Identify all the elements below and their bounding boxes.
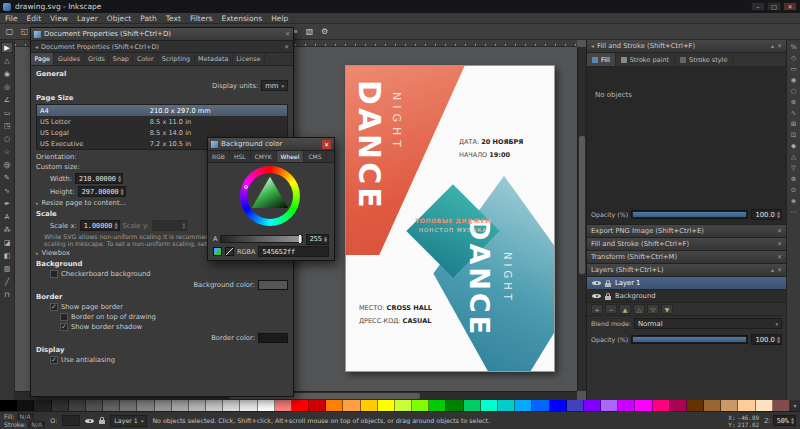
- palette-swatch[interactable]: [69, 400, 86, 411]
- dialog-titlebar[interactable]: Background color ✕: [208, 138, 334, 151]
- dock-left-icon[interactable]: ◂: [35, 44, 38, 50]
- border-shadow-checkbox[interactable]: ✓: [60, 323, 68, 331]
- snap-node-icon[interactable]: ○: [788, 86, 799, 96]
- gradient-tool-icon[interactable]: ▥: [1, 263, 13, 274]
- palette-swatch[interactable]: [773, 400, 790, 411]
- snap-baseline-icon[interactable]: ▽: [788, 163, 799, 173]
- tab-wheel[interactable]: Wheel: [277, 151, 305, 162]
- layer-lock-toggle[interactable]: [99, 420, 105, 424]
- close-panel-icon[interactable]: ✕: [777, 254, 782, 260]
- tweak-tool-icon[interactable]: ◉: [1, 68, 13, 79]
- height-input[interactable]: 297.00000 ▲▼: [78, 186, 126, 197]
- palette-swatch[interactable]: [206, 400, 223, 411]
- layers-panel-header[interactable]: Layers (Shift+Ctrl+L) ▴ ✕: [587, 264, 786, 277]
- palette-swatch[interactable]: [704, 400, 721, 411]
- close-panel-icon[interactable]: ✕: [777, 241, 782, 247]
- layer-raise-button[interactable]: △: [633, 304, 645, 314]
- palette-swatch[interactable]: [103, 400, 120, 411]
- display-units-dropdown[interactable]: mm ▾: [261, 80, 288, 91]
- palette-swatch[interactable]: [361, 400, 378, 411]
- snap-rotation-icon[interactable]: △: [788, 152, 799, 162]
- menu-item[interactable]: Extensions: [221, 14, 262, 23]
- border-color-swatch[interactable]: [258, 333, 288, 343]
- menu-item[interactable]: Text: [166, 14, 181, 23]
- zoom-tool-icon[interactable]: ◎: [1, 81, 13, 92]
- palette-swatch[interactable]: [52, 400, 69, 411]
- palette-swatch[interactable]: [292, 400, 309, 411]
- palette-swatch[interactable]: [635, 400, 652, 411]
- alpha-slider[interactable]: [220, 235, 302, 243]
- tab-metadata[interactable]: Metadata: [195, 53, 233, 65]
- poster-date-block[interactable]: ДАТА: 20 НОЯБРЯ НАЧАЛО 19:00: [459, 136, 523, 162]
- tab-color[interactable]: Color: [133, 53, 158, 65]
- scale-x-input[interactable]: 1.00000 ▲▼: [80, 220, 120, 231]
- menu-item[interactable]: Path: [140, 14, 156, 23]
- preferences-icon[interactable]: ⚙: [318, 25, 331, 38]
- layer-lower-button[interactable]: ▽: [647, 304, 659, 314]
- node-tool-icon[interactable]: △: [1, 55, 13, 66]
- layer-lock-icon[interactable]: [605, 283, 611, 287]
- maximize-button[interactable]: ▢: [767, 2, 781, 11]
- poster-night-text-bottom[interactable]: NIGHT: [502, 252, 513, 304]
- minimize-button[interactable]: –: [751, 2, 765, 11]
- palette-swatch[interactable]: [412, 400, 429, 411]
- menu-item[interactable]: Help: [271, 14, 288, 23]
- poster-night-text-top[interactable]: NIGHT: [390, 92, 403, 152]
- page-size-option-a4[interactable]: A4210.0 x 297.0 mm: [37, 105, 287, 116]
- poster-place-block[interactable]: МЕСТО: CROSS HALL ДРЕСС-КОД: CASUAL: [359, 302, 432, 328]
- palette-swatch[interactable]: [120, 400, 137, 411]
- tab-page[interactable]: Page: [31, 53, 54, 65]
- palette-swatch[interactable]: [601, 400, 618, 411]
- tab-cmyk[interactable]: CMYK: [251, 151, 277, 162]
- tab-fill[interactable]: Fill: [587, 53, 616, 66]
- border-on-top-checkbox[interactable]: ✓: [60, 313, 68, 321]
- collapse-icon[interactable]: ▴: [771, 267, 774, 273]
- star-tool-icon[interactable]: ☆: [1, 146, 13, 157]
- palette-swatch[interactable]: [395, 400, 412, 411]
- palette-swatch[interactable]: [34, 400, 51, 411]
- palette-swatch[interactable]: [378, 400, 395, 411]
- dialog-dock-header[interactable]: ◂ Document Properties (Shift+Ctrl+D) ✕: [31, 41, 293, 53]
- palette-swatch[interactable]: [155, 400, 172, 411]
- new-document-icon[interactable]: ▢: [3, 25, 16, 38]
- palette-swatch[interactable]: [223, 400, 240, 411]
- close-dialog-icon[interactable]: ✕: [285, 31, 290, 37]
- fill-stroke-indicator[interactable]: Fill:N/A Stroke:N/A: [4, 413, 45, 428]
- layer-visibility-icon[interactable]: [592, 292, 601, 300]
- palette-swatch[interactable]: [275, 400, 292, 411]
- layer-row-layer1[interactable]: Layer 1: [587, 277, 786, 290]
- alpha-value[interactable]: 255 ▲▼: [306, 234, 329, 245]
- poster-diamond-text[interactable]: ТОПОВЫЕ ДИДЖЕИ НОНСТОП МУЗЫКА: [386, 217, 520, 233]
- tab-stroke-style[interactable]: Stroke style: [675, 53, 733, 66]
- palette-swatch[interactable]: [567, 400, 584, 411]
- object-opacity-field[interactable]: [62, 415, 80, 426]
- palette-swatch[interactable]: [584, 400, 601, 411]
- snap-path-icon[interactable]: ⊚: [788, 97, 799, 107]
- close-panel-icon[interactable]: ✕: [777, 267, 782, 273]
- layer-opacity-slider[interactable]: [631, 335, 748, 344]
- palette-swatch[interactable]: [137, 400, 154, 411]
- current-layer-dropdown[interactable]: Layer 1 ▾: [110, 415, 147, 427]
- palette-swatch[interactable]: [738, 400, 755, 411]
- menu-item[interactable]: Filters: [190, 14, 212, 23]
- palette-swatch[interactable]: [550, 400, 567, 411]
- tab-cms[interactable]: CMS: [304, 151, 326, 162]
- antialiasing-checkbox[interactable]: ✓: [50, 356, 58, 364]
- ellipse-tool-icon[interactable]: ○: [1, 133, 13, 144]
- page-size-option-us-letter[interactable]: US Letter8.5 x 11.0 in: [37, 116, 287, 127]
- snap-midpoint-icon[interactable]: ⊙: [788, 185, 799, 195]
- opacity-value[interactable]: 100.0 ▲▼: [751, 209, 782, 220]
- show-page-border-checkbox[interactable]: ✓: [50, 303, 58, 311]
- close-button[interactable]: ✕: [783, 2, 797, 11]
- palette-swatch[interactable]: [189, 400, 206, 411]
- zoom-field[interactable]: 50% ▲▼: [773, 415, 796, 426]
- palette-swatch[interactable]: [172, 400, 189, 411]
- tab-guides[interactable]: Guides: [54, 53, 84, 65]
- menu-item[interactable]: File: [5, 14, 18, 23]
- poster-dance-text-bottom[interactable]: DANCE: [464, 218, 495, 337]
- zoom-control[interactable]: Z: 50% ▲▼: [764, 415, 796, 426]
- box3d-tool-icon[interactable]: ◳: [1, 120, 13, 131]
- snap-bbox-corner-icon[interactable]: ◉: [788, 75, 799, 85]
- layer-visibility-toggle[interactable]: [85, 417, 94, 425]
- palette-swatch[interactable]: [756, 400, 773, 411]
